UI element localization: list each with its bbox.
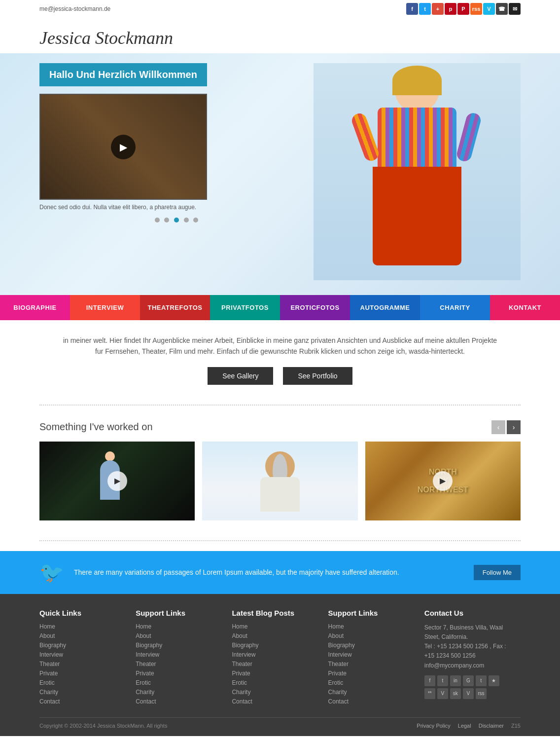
- footer-link-about-4[interactable]: About: [328, 632, 415, 639]
- cta-buttons: See Gallery See Portfolio: [59, 367, 501, 385]
- footer-link-charity-4[interactable]: Charity: [328, 689, 415, 696]
- nav-biographie[interactable]: BIOGRAPHIE: [0, 295, 70, 320]
- footer-link-private-2[interactable]: Private: [136, 670, 222, 677]
- footer-link-home-4[interactable]: Home: [328, 623, 415, 630]
- footer-link-theater-4[interactable]: Theater: [328, 661, 415, 667]
- nav-eroticfotos[interactable]: EROTICFOTOS: [280, 295, 350, 320]
- email-icon[interactable]: ✉: [509, 3, 521, 15]
- portfolio-item-3[interactable]: NORTHBYNORTHWEST ▶: [365, 442, 521, 520]
- nav-interview[interactable]: INTERVIEW: [70, 295, 140, 320]
- footer-rss-footer-icon[interactable]: rss: [476, 688, 487, 699]
- footer-twitter-icon[interactable]: t: [437, 675, 448, 686]
- see-gallery-button[interactable]: See Gallery: [208, 367, 273, 385]
- nav-theatrefotos[interactable]: THEATREFOTOS: [140, 295, 210, 320]
- dot-2[interactable]: [164, 218, 169, 222]
- footer-link-biography-1[interactable]: Biography: [39, 642, 126, 649]
- footer-link-contact-4[interactable]: Contact: [328, 698, 415, 705]
- dot-1[interactable]: [155, 218, 160, 222]
- twitter-icon[interactable]: t: [419, 3, 431, 15]
- footer-skype-icon[interactable]: sk: [450, 688, 461, 699]
- facebook-icon[interactable]: f: [406, 3, 418, 15]
- footer-link-interview-3[interactable]: Interview: [232, 651, 318, 658]
- description-text: in meiner welt. Hier findet Ihr Augenbli…: [59, 335, 501, 357]
- portfolio-item-1[interactable]: ▶: [39, 442, 195, 520]
- footer-google-icon[interactable]: G: [463, 675, 474, 686]
- site-header: Jessica Stockmann: [0, 18, 560, 53]
- footer-link-charity-1[interactable]: Charity: [39, 689, 126, 696]
- footer-link-theater-2[interactable]: Theater: [136, 661, 222, 667]
- privacy-policy-link[interactable]: Privacy Policy: [417, 723, 450, 729]
- footer-link-contact-2[interactable]: Contact: [136, 698, 222, 705]
- footer-link-home-3[interactable]: Home: [232, 623, 318, 630]
- footer-link-home-1[interactable]: Home: [39, 623, 126, 630]
- dot-5[interactable]: [193, 218, 198, 222]
- pinterest2-icon[interactable]: P: [457, 3, 469, 15]
- footer-link-biography-4[interactable]: Biography: [328, 642, 415, 649]
- footer-link-private-1[interactable]: Private: [39, 670, 126, 677]
- footer-link-about-2[interactable]: About: [136, 632, 222, 639]
- next-arrow[interactable]: ›: [507, 420, 521, 434]
- footer-tumblr-icon[interactable]: t: [476, 675, 487, 686]
- footer-link-interview-1[interactable]: Interview: [39, 651, 126, 658]
- hero-video[interactable]: ▶: [39, 94, 207, 200]
- footer-link-contact-3[interactable]: Contact: [232, 698, 318, 705]
- footer-star-icon[interactable]: ★: [489, 675, 499, 686]
- play-button[interactable]: ▶: [111, 135, 136, 159]
- footer-link-charity-2[interactable]: Charity: [136, 689, 222, 696]
- follow-me-button[interactable]: Follow Me: [474, 565, 521, 580]
- footer-link-charity-3[interactable]: Charity: [232, 689, 318, 696]
- footer-social-icons: f t in G t ★ ** V sk V rss: [424, 675, 511, 699]
- portfolio-play-3[interactable]: ▶: [433, 471, 453, 491]
- footer-link-erotic-4[interactable]: Erotic: [328, 679, 415, 686]
- footer-col-contact: Contact Us Sector 7, Business Villa, Waa…: [424, 609, 521, 707]
- nav-charity[interactable]: CHARITY: [420, 295, 490, 320]
- nav-kontakt[interactable]: KONTAKT: [490, 295, 560, 320]
- footer-bookmark-icon[interactable]: **: [424, 688, 435, 699]
- portfolio-item-2[interactable]: [202, 442, 357, 520]
- footer-vine-icon[interactable]: V: [463, 688, 474, 699]
- see-portfolio-button[interactable]: See Portfolio: [283, 367, 352, 385]
- google-plus-icon[interactable]: +: [432, 3, 444, 15]
- footer-link-home-2[interactable]: Home: [136, 623, 222, 630]
- footer-vimeo-icon[interactable]: V: [437, 688, 448, 699]
- version-label: Z15: [511, 723, 521, 729]
- legal-link[interactable]: Legal: [458, 723, 471, 729]
- footer-bottom: Copyright © 2002-2014 Jessica StockMann.…: [39, 717, 521, 729]
- footer-link-biography-3[interactable]: Biography: [232, 642, 318, 649]
- footer-link-about-3[interactable]: About: [232, 632, 318, 639]
- hero-section: Hallo Und Herzlich Willkommen ▶ Donec se…: [0, 53, 560, 295]
- pinterest-icon[interactable]: p: [445, 3, 456, 15]
- footer-col-blog-posts: Latest Blog Posts Home About Biography I…: [232, 609, 328, 707]
- footer-link-erotic-3[interactable]: Erotic: [232, 679, 318, 686]
- footer-address: Sector 7, Business Villa, Waal Steet, Ca…: [424, 623, 511, 642]
- nav-autogramme[interactable]: AUTOGRAMME: [350, 295, 420, 320]
- video-thumbnail: ▶: [40, 95, 206, 199]
- footer-link-biography-2[interactable]: Biography: [136, 642, 222, 649]
- footer-link-erotic-2[interactable]: Erotic: [136, 679, 222, 686]
- portfolio-section: Something I've worked on ‹ › ▶: [0, 415, 560, 530]
- footer-facebook-icon[interactable]: f: [424, 675, 435, 686]
- footer-link-about-1[interactable]: About: [39, 632, 126, 639]
- footer-link-private-3[interactable]: Private: [232, 670, 318, 677]
- footer-link-contact-1[interactable]: Contact: [39, 698, 126, 705]
- footer-link-private-4[interactable]: Private: [328, 670, 415, 677]
- footer-col-title-quick: Quick Links: [39, 609, 126, 617]
- footer-link-theater-3[interactable]: Theater: [232, 661, 318, 667]
- dot-3[interactable]: [174, 218, 179, 222]
- footer-linkedin-icon[interactable]: in: [450, 675, 461, 686]
- footer-link-erotic-1[interactable]: Erotic: [39, 679, 126, 686]
- footer-link-interview-2[interactable]: Interview: [136, 651, 222, 658]
- vimeo-icon[interactable]: V: [483, 3, 495, 15]
- portfolio-nav-arrows: ‹ ›: [491, 420, 521, 434]
- footer-link-interview-4[interactable]: Interview: [328, 651, 415, 658]
- phone-icon[interactable]: ☎: [496, 3, 508, 15]
- footer-link-theater-1[interactable]: Theater: [39, 661, 126, 667]
- site-title: Jessica Stockmann: [39, 28, 521, 48]
- dot-4[interactable]: [184, 218, 189, 222]
- nav-privatfotos[interactable]: PRIVATFOTOS: [210, 295, 280, 320]
- rss-icon[interactable]: rss: [470, 3, 482, 15]
- footer: Quick Links Home About Biography Intervi…: [0, 594, 560, 736]
- portfolio-play-1[interactable]: ▶: [107, 471, 127, 491]
- prev-arrow[interactable]: ‹: [491, 420, 505, 434]
- disclaimer-link[interactable]: Disclaimer: [479, 723, 504, 729]
